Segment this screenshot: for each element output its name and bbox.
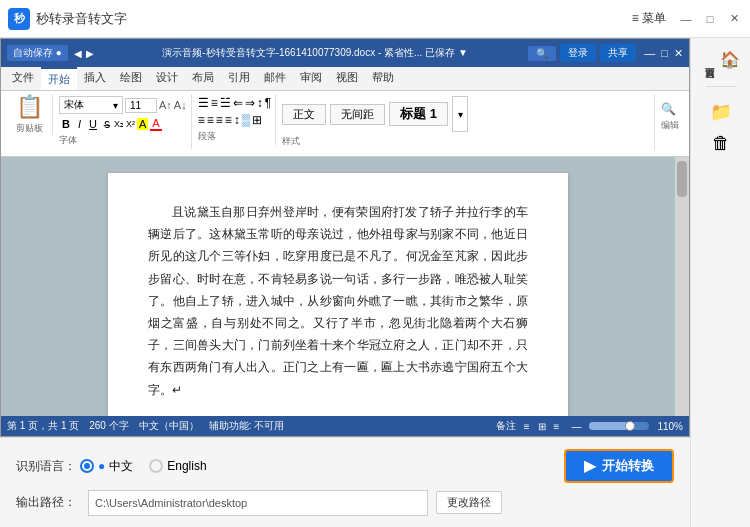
word-window: 自动保存 ● ◀ ▶ 演示音频-秒转受音转文字-1661410077309.do… (0, 38, 690, 437)
subscript-button[interactable]: X₂ (114, 119, 124, 129)
change-path-button[interactable]: 更改路径 (436, 491, 502, 514)
doc-page: 且说黛玉自那日弃州登岸时，便有荣国府打发了轿子并拉行李的车辆逆后了。这林黛玉常听… (108, 173, 568, 416)
paragraph-group: ☰ ≡ ☱ ⇐ ⇒ ↕ ¶ ≡ ≡ ≡ ≡ (194, 94, 276, 145)
app-logo-text: 秒 (14, 11, 25, 26)
shading-button[interactable]: ▒ (242, 113, 251, 127)
chinese-radio-item[interactable]: ● 中文 (80, 458, 133, 475)
show-marks-button[interactable]: ¶ (265, 96, 271, 110)
increase-indent-button[interactable]: ⇒ (245, 96, 255, 110)
doc-content-row: 且说黛玉自那日弃州登岸时，便有荣国府打发了轿子并拉行李的车辆逆后了。这林黛玉常听… (1, 157, 689, 416)
app-window: 秒 秒转录音转文字 ≡ 菜单 — □ ✕ 🏠 返回首页 📁 🗑 (0, 0, 750, 527)
line-spacing-button[interactable]: ↕ (234, 113, 240, 127)
tab-layout[interactable]: 布局 (185, 67, 221, 90)
align-left-button[interactable]: ≡ (198, 113, 205, 127)
style-normal[interactable]: 正文 (282, 104, 326, 125)
english-label: English (167, 459, 206, 473)
align-center-button[interactable]: ≡ (207, 113, 214, 127)
bold-button[interactable]: B (59, 117, 73, 131)
find-button[interactable]: 🔍 (661, 102, 676, 116)
numbering-button[interactable]: ≡ (211, 96, 218, 110)
paste-button[interactable]: 📋 (16, 96, 43, 118)
doc-area[interactable]: 且说黛玉自那日弃州登岸时，便有荣国府打发了轿子并拉行李的车辆逆后了。这林黛玉常听… (1, 157, 675, 416)
tab-review[interactable]: 审阅 (293, 67, 329, 90)
view-icon-3[interactable]: ≡ (554, 421, 560, 432)
word-search-button[interactable]: 🔍 (528, 46, 556, 61)
align-right-button[interactable]: ≡ (216, 113, 223, 127)
tab-references[interactable]: 引用 (221, 67, 257, 90)
font-color-button[interactable]: A (150, 117, 161, 131)
word-titlebar: 自动保存 ● ◀ ▶ 演示音频-秒转受音转文字-1661410077309.do… (1, 39, 689, 67)
app-titlebar: 秒 秒转录音转文字 ≡ 菜单 — □ ✕ (0, 0, 750, 38)
clipboard-label: 剪贴板 (16, 118, 43, 135)
superscript-button[interactable]: X² (126, 119, 135, 129)
content-area: 🏠 返回首页 📁 🗑 自动保存 ● ◀ ▶ 演示音频-秒转受音转文字-16614… (0, 38, 750, 527)
font-name-selector[interactable]: 宋体 ▾ (59, 96, 123, 114)
tab-mail[interactable]: 邮件 (257, 67, 293, 90)
tab-help[interactable]: 帮助 (365, 67, 401, 90)
page-info: 第 1 页，共 1 页 (7, 419, 79, 433)
doc-paragraph-1: 且说黛玉自那日弃州登岸时，便有荣国府打发了轿子并拉行李的车辆逆后了。这林黛玉常听… (148, 201, 528, 401)
decrease-font-button[interactable]: A↓ (174, 99, 187, 111)
close-button[interactable]: ✕ (726, 11, 742, 27)
font-size-selector[interactable]: 11 (125, 98, 157, 113)
folder-icon[interactable]: 📁 (710, 101, 732, 123)
word-count: 260 个字 (89, 419, 128, 433)
start-icon: ▶ (584, 457, 596, 475)
word-min-button[interactable]: — (644, 47, 655, 60)
start-convert-button[interactable]: ▶ 开始转换 (564, 449, 674, 483)
style-expand-button[interactable]: ▾ (452, 96, 468, 132)
paragraph-group-label: 段落 (198, 130, 271, 143)
menu-button[interactable]: ≡ 菜单 (632, 10, 666, 27)
increase-font-button[interactable]: A↑ (159, 99, 172, 111)
zoom-slider[interactable] (589, 422, 649, 430)
english-radio-item[interactable]: English (149, 459, 206, 473)
language-info: 中文（中国） (139, 419, 199, 433)
underline-button[interactable]: U (86, 117, 100, 131)
tab-file[interactable]: 文件 (5, 67, 41, 90)
tab-draw[interactable]: 绘图 (113, 67, 149, 90)
justify-button[interactable]: ≡ (225, 113, 232, 127)
word-login-button[interactable]: 登录 (560, 44, 596, 62)
word-share-button[interactable]: 共享 (600, 44, 636, 62)
word-statusbar: 第 1 页，共 1 页 260 个字 中文（中国） 辅助功能: 不可用 备注 ≡… (1, 416, 689, 436)
borders-button[interactable]: ⊞ (252, 113, 262, 127)
doc-scrollbar[interactable] (675, 157, 689, 416)
ribbon-tabs: 文件 开始 插入 绘图 设计 布局 引用 邮件 审阅 视图 帮助 (1, 67, 689, 91)
strikethrough-button[interactable]: S̶ (102, 118, 112, 131)
font-group: 宋体 ▾ 11 A↑ A↓ B I U (55, 94, 192, 149)
sort-button[interactable]: ↕ (257, 96, 263, 110)
minimize-button[interactable]: — (678, 11, 694, 27)
style-heading1[interactable]: 标题 1 (389, 102, 448, 126)
style-no-space[interactable]: 无间距 (330, 104, 385, 125)
multilevel-list-button[interactable]: ☱ (220, 96, 231, 110)
app-title: 秒转录音转文字 (36, 10, 632, 28)
bottom-panel: 识别语言： ● 中文 English (0, 437, 690, 527)
window-controls: — □ ✕ (678, 11, 742, 27)
english-radio-dot (149, 459, 163, 473)
path-label: 输出路径： (16, 494, 80, 511)
decrease-indent-button[interactable]: ⇐ (233, 96, 243, 110)
italic-button[interactable]: I (75, 117, 84, 131)
view-icon-1[interactable]: ≡ (524, 421, 530, 432)
right-sidebar: 🏠 返回首页 📁 🗑 (690, 38, 750, 527)
trash-icon[interactable]: 🗑 (712, 133, 730, 154)
ribbon-content: 📋 剪贴板 宋体 ▾ 11 (1, 91, 689, 157)
notes-button[interactable]: 备注 (496, 419, 516, 433)
home-button[interactable]: 🏠 返回首页 (700, 48, 741, 72)
chinese-radio-dot (80, 459, 94, 473)
tab-insert[interactable]: 插入 (77, 67, 113, 90)
language-radio-group: ● 中文 English (80, 458, 207, 475)
highlight-button[interactable]: A (137, 118, 148, 130)
tab-home[interactable]: 开始 (41, 67, 77, 90)
path-input[interactable] (88, 490, 428, 516)
maximize-button[interactable]: □ (702, 11, 718, 27)
edit-group: 🔍 编辑 (657, 94, 683, 134)
auto-save-button[interactable]: 自动保存 ● (7, 45, 68, 61)
tab-design[interactable]: 设计 (149, 67, 185, 90)
view-icon-2[interactable]: ⊞ (538, 421, 546, 432)
main-content: 自动保存 ● ◀ ▶ 演示音频-秒转受音转文字-1661410077309.do… (0, 38, 690, 527)
word-max-button[interactable]: □ (661, 47, 668, 60)
tab-view[interactable]: 视图 (329, 67, 365, 90)
bullets-button[interactable]: ☰ (198, 96, 209, 110)
word-close-button[interactable]: ✕ (674, 47, 683, 60)
